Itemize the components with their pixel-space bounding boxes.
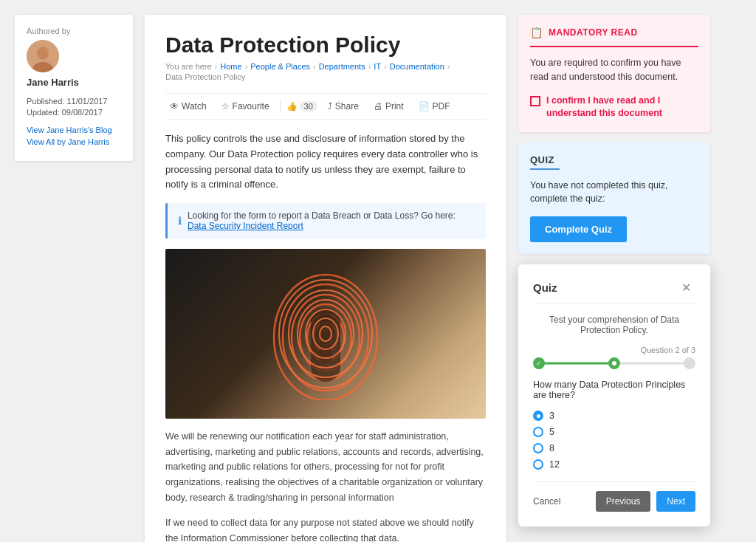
info-icon: ℹ [178, 215, 182, 227]
view-blog-link[interactable]: View Jane Harris's Blog [27, 126, 121, 134]
breadcrumb-sep-5: › [447, 62, 450, 71]
breadcrumb-sep-3: › [368, 62, 371, 71]
confirm-row: I confirm I have read and I understand t… [530, 95, 698, 120]
next-button[interactable]: Next [656, 491, 695, 512]
body-para2: If we need to collect data for any purpo… [165, 515, 486, 542]
author-name: Jane Harris [27, 77, 121, 88]
previous-button[interactable]: Previous [596, 491, 651, 512]
like-button[interactable]: 👍 30 [286, 101, 317, 112]
share-label: Share [335, 101, 359, 112]
incident-report-link[interactable]: Data Security Incident Report [188, 221, 303, 231]
quiz-options: 3 5 8 12 [533, 411, 695, 470]
pdf-button[interactable]: 📄 PDF [414, 100, 455, 113]
radio-1[interactable] [533, 427, 543, 437]
quiz-option-0[interactable]: 3 [533, 411, 695, 421]
radio-0[interactable] [533, 411, 543, 421]
fingerprint-graphic [259, 267, 392, 400]
body-intro: This policy controls the use and disclos… [165, 131, 486, 193]
author-label: Authored by [27, 27, 121, 35]
favourite-button[interactable]: ☆ Favourite [217, 100, 274, 113]
breadcrumb-documentation[interactable]: Documentation [390, 62, 444, 71]
option-label-3: 12 [549, 459, 560, 470]
pdf-label: PDF [433, 101, 450, 112]
watch-label: Watch [182, 101, 207, 112]
breadcrumb-sep-2: › [313, 62, 316, 71]
quiz-option-2[interactable]: 8 [533, 443, 695, 453]
right-panel: 📋 MANDATORY READ You are required to con… [518, 15, 710, 542]
confirm-checkbox[interactable] [530, 96, 540, 106]
print-button[interactable]: 🖨 Print [369, 100, 408, 113]
breadcrumb-sep-0: › [215, 62, 218, 71]
mandatory-title: MANDATORY READ [549, 27, 638, 38]
quiz-divider [530, 168, 560, 170]
view-all-link[interactable]: View All by Jane Harris [27, 137, 121, 146]
progress-dot-3 [684, 357, 695, 369]
watch-button[interactable]: 👁 Watch [165, 100, 211, 113]
toolbar-divider-1 [280, 100, 281, 112]
favourite-label: Favourite [233, 101, 269, 112]
info-box: ℹ Looking for the form to report a Data … [165, 203, 486, 239]
svg-point-1 [37, 47, 49, 60]
cancel-button[interactable]: Cancel [533, 496, 560, 507]
share-icon: ⤴ [328, 101, 332, 112]
quiz-modal: Quiz ✕ Test your comprehension of Data P… [518, 264, 710, 526]
share-button[interactable]: ⤴ Share [323, 100, 363, 113]
star-icon: ☆ [221, 101, 230, 112]
breadcrumb-it[interactable]: IT [374, 62, 381, 71]
author-links: View Jane Harris's Blog View All by Jane… [27, 126, 121, 146]
nav-buttons: Previous Next [596, 491, 695, 512]
article-image [165, 249, 486, 419]
info-text: Looking for the form to report a Data Br… [188, 210, 475, 231]
breadcrumb-home[interactable]: Home [220, 62, 241, 71]
quiz-modal-header: Quiz ✕ [533, 279, 695, 304]
quiz-subtitle: Test your comprehension of Data Protecti… [533, 315, 695, 335]
progress-bar [533, 357, 695, 369]
breadcrumb-you-are-here: You are here [165, 62, 212, 71]
option-label-2: 8 [549, 443, 554, 453]
progress-dot-1 [533, 357, 545, 369]
like-count: 30 [300, 101, 317, 112]
mandatory-text: You are required to confirm you have rea… [530, 56, 698, 84]
print-label: Print [385, 101, 404, 112]
confirm-label[interactable]: I confirm I have read and I understand t… [546, 95, 698, 120]
breadcrumb-sep-4: › [384, 62, 387, 71]
body-para1: We will be renewing our notification eac… [165, 429, 486, 505]
quiz-card: QUIZ You have not completed this quiz, c… [518, 143, 710, 255]
thumbs-up-icon: 👍 [286, 101, 298, 112]
breadcrumb-current: Data Protection Policy [165, 72, 245, 81]
sidebar: Authored by Jane Harris Published: 11/01… [15, 15, 133, 542]
quiz-option-1[interactable]: 5 [533, 427, 695, 437]
quiz-question: How many Data Protection Principles are … [533, 380, 695, 400]
mandatory-card: 📋 MANDATORY READ You are required to con… [518, 15, 710, 132]
progress-section: Question 2 of 3 [533, 346, 695, 369]
breadcrumb-sep-1: › [245, 62, 248, 71]
main-content: Data Protection Policy You are here › Ho… [145, 15, 506, 542]
mandatory-header: 📋 MANDATORY READ [530, 27, 698, 38]
published-date: Published: 11/01/2017 [27, 97, 121, 106]
progress-dot-2 [608, 357, 620, 369]
progress-label: Question 2 of 3 [533, 346, 695, 354]
breadcrumb-people-places[interactable]: People & Places [250, 62, 310, 71]
complete-quiz-button[interactable]: Complete Quiz [530, 216, 627, 242]
progress-dots [533, 357, 695, 369]
avatar [27, 40, 59, 72]
breadcrumb-departments[interactable]: Departments [319, 62, 365, 71]
quiz-modal-title: Quiz [533, 281, 557, 294]
updated-date: Updated: 09/08/2017 [27, 108, 121, 117]
option-label-1: 5 [549, 427, 554, 437]
watch-icon: 👁 [170, 101, 179, 112]
page-title: Data Protection Policy [165, 32, 486, 58]
author-card: Authored by Jane Harris Published: 11/01… [15, 15, 133, 161]
radio-2[interactable] [533, 443, 543, 453]
radio-3[interactable] [533, 459, 543, 470]
option-label-0: 3 [549, 411, 554, 421]
quiz-card-text: You have not completed this quiz, comple… [530, 179, 698, 207]
quiz-option-3[interactable]: 12 [533, 459, 695, 470]
pdf-icon: 📄 [419, 101, 430, 112]
document-icon: 📋 [530, 27, 543, 38]
breadcrumb: You are here › Home › People & Places › … [165, 62, 486, 81]
close-button[interactable]: ✕ [677, 279, 695, 296]
print-icon: 🖨 [374, 101, 382, 112]
quiz-modal-footer: Cancel Previous Next [533, 481, 695, 512]
toolbar: 👁 Watch ☆ Favourite 👍 30 ⤴ Share 🖨 Print [165, 93, 486, 120]
